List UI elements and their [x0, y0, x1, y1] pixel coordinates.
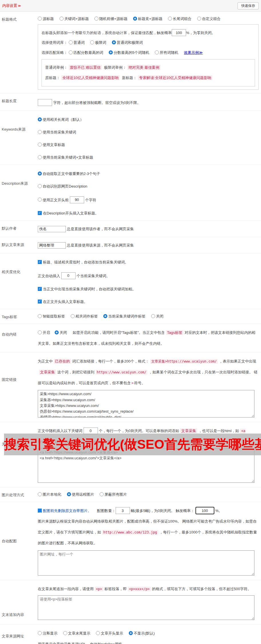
radio-clickbait-title[interactable]: 标题党+源标题 [133, 17, 163, 21]
radio-innerlink-on[interactable]: 开启 [38, 330, 50, 335]
radio-label: 关闭 [156, 314, 163, 318]
source-url-desc: 用于显示文章的采集来源URL，自动加nofollow属性。 [38, 639, 259, 644]
radio-block-all-images[interactable]: 屏蔽所有图片 [100, 492, 127, 497]
lexicon-line: 选择使用词库： 普通词 极限词 普通词和极限词 [41, 39, 255, 46]
row-description-source: Description来源 自动提取正文中最重要的2-3个句子 自动识别原网页D… [0, 165, 261, 221]
radio-keywords-plus-title[interactable]: 使用当前采集关键词+文章标题 [38, 155, 259, 160]
text: 的格式，填写在下方，可填写多个段落，但不超过500字符。 [152, 587, 251, 591]
existing-words-highlight: 已存在的 [54, 359, 71, 364]
radio-random-prefix-title[interactable]: 随机前缀+源标题 [94, 17, 128, 21]
radio-icon [197, 17, 201, 21]
p-tag-highlight: <p> [95, 587, 103, 591]
radio-innerlink-off[interactable]: 关闭 [55, 330, 67, 335]
radio-extreme-words[interactable]: 极限词 [90, 40, 106, 45]
watermark-text: 搜索引擎关键词优化(做SEO首先需要学哪些基 [4, 436, 261, 453]
text: 这个词，则把它链接到 [57, 370, 94, 374]
radio-top5-random[interactable]: 分数最高的5个词随机 [109, 50, 149, 55]
radio-icon [96, 631, 100, 635]
keyword-density-count-input[interactable] [84, 428, 98, 434]
radio-current-keywords[interactable]: 使用当前采集关键词 [38, 130, 259, 135]
radio-label: 自动识别原网页Description [43, 184, 87, 188]
row-image-mode: 图片处理方式 图片本地化 使用远程图片 屏蔽所有图片 [0, 487, 261, 502]
radio-label: 普通词 [74, 40, 85, 45]
radio-label: 自定义组合 [202, 17, 221, 21]
radio-related-longtail[interactable]: 使用相关长尾词（默认） [38, 117, 259, 122]
radio-show-at-start[interactable]: 文章开头显示 [96, 631, 123, 635]
radio-icon [60, 17, 64, 21]
radio-show-at-end[interactable]: 文章末尾显示 [63, 631, 90, 635]
chevron-down-icon: ≫ [18, 4, 21, 7]
row-label: 相关度优化 [0, 256, 37, 307]
radio-label: 屏蔽所有图片 [104, 492, 127, 497]
title-length-input[interactable] [38, 99, 52, 106]
image-probability-input[interactable] [195, 507, 214, 514]
insert-keywords-line: 正文自动插入 个当前采集关键词。 [38, 272, 259, 279]
checkbox-insert-title-description[interactable]: 在Description开头插入文章标题。 [38, 211, 259, 216]
normal-words-example: 震惊不已 难以置信 [69, 65, 102, 70]
checkbox-icon [38, 211, 42, 215]
radio-remote-images[interactable]: 使用远程图片 [67, 492, 94, 497]
row-innerlink: 自动内链 开启关闭 如需开启此功能，请同时开启“Tags标签”。当正文中包含Ta… [0, 324, 261, 352]
radio-icon [155, 50, 159, 54]
default-author-input[interactable] [38, 226, 66, 232]
radio-icon [38, 198, 42, 202]
row-label: 图片处理方式 [0, 490, 37, 499]
radio-article-title[interactable]: 使用文章标题 [38, 142, 259, 147]
radio-custom-combo[interactable]: 自定义组合 [197, 17, 221, 21]
radio-use-body-prefix[interactable]: 使用正文开头前 个字符 [38, 196, 259, 203]
row-fixed-links: 固定链接 为正文中已存在的词汇添加链接，每行一个，最多200个，格式：文章采集>… [0, 352, 261, 422]
radio-show-as-comment[interactable]: 注释显示 [38, 631, 58, 635]
radio-icon [69, 50, 73, 54]
checkbox-delete-original-images[interactable]: 配图前先删除原文自带图片。 [38, 509, 91, 513]
checkbox-add-keywords-low-relevance[interactable]: 标题、描述相关度低时，自动添加当前采集关键词。 [38, 260, 259, 265]
radio-label: 关键词+源标题 [64, 17, 89, 21]
radio-icon [90, 40, 94, 44]
text: %，为零则关闭。 [186, 31, 215, 35]
image-count-input[interactable] [116, 507, 130, 514]
radio-auto-extract-sentences[interactable]: 自动提取正文中最重要的2-3个句子 [38, 171, 259, 176]
radio-label: 个字符 [85, 198, 96, 202]
radio-label: 使用文章标题 [43, 143, 65, 147]
text: %。 [215, 509, 222, 513]
row-label: 文章来源网址 [0, 627, 37, 644]
checkbox-icon [38, 260, 42, 264]
radio-all-words-random[interactable]: 所有词随机 [155, 50, 178, 55]
page-title[interactable]: 内容设置≫ [2, 3, 21, 8]
default-source-line: 总是直接使用该来源，而不会从网页采集 [38, 241, 259, 250]
radio-icon [38, 330, 42, 334]
probability-line: 在标题头部添加一个有吸引力的短语，系统自动计算，保证最佳匹配，触发概率%，为零则… [41, 29, 255, 36]
fixed-links-textarea[interactable]: 采集>https://www.ucaiyun.com/ 采集器>https://… [38, 390, 254, 417]
radio-normal-words[interactable]: 普通词 [69, 40, 85, 45]
default-source-input[interactable] [38, 242, 66, 249]
row-label: 标题格式 [0, 14, 37, 91]
radio-source-title[interactable]: 源标题 [38, 17, 54, 21]
prefix-chars-input[interactable] [70, 196, 84, 203]
append-content-textarea[interactable] [38, 595, 254, 620]
radio-auto-detect-description[interactable]: 自动识别原网页Description [38, 184, 259, 189]
radio-smart-extract-tags[interactable]: 智能提取标签 [38, 314, 65, 318]
probability-input[interactable] [172, 29, 186, 36]
radio-keyword-source-title[interactable]: 关键词+源标题 [60, 17, 89, 21]
radio-localize-images[interactable]: 图片本地化 [38, 492, 61, 497]
radio-normal-and-extreme-words[interactable]: 普通词和极限词 [112, 40, 143, 45]
radio-highest-score-word[interactable]: 匹配分数最高的词 [69, 50, 103, 55]
text: 词汇添加链接，每行一个，最多200个，格式： [72, 359, 149, 363]
radio-icon [55, 330, 59, 334]
insert-keywords-count-input[interactable] [61, 272, 76, 279]
header-bar: 内容设置≫ 快速保存 [0, 0, 261, 12]
radio-related-words-tags[interactable]: 相关词作标签 [71, 314, 98, 318]
quick-save-button[interactable]: 快速保存 [238, 2, 259, 9]
text: 选择使用词库： [41, 40, 68, 45]
effect-example-link[interactable]: 效果示例≫ [184, 50, 203, 55]
radio-current-keywords-tags[interactable]: 当前采集关键词作标签 [103, 314, 145, 318]
radio-icon [38, 492, 42, 496]
radio-tags-off[interactable]: 关闭 [151, 314, 163, 318]
text: 原标题： [45, 76, 60, 80]
radio-label: 标题党+源标题 [138, 17, 163, 21]
image-urls-textarea[interactable] [38, 550, 254, 576]
radio-longtail-combo[interactable]: 长尾词组合 [168, 17, 191, 21]
checkbox-bold-keywords[interactable]: 当正文中出现当前采集关键词时，自动把该关键词加粗。 [38, 287, 259, 292]
radio-hide-default[interactable]: 不显示(默认) [129, 631, 155, 635]
checkbox-insert-title-body[interactable]: 在正文开头插入文章标题。 [38, 299, 259, 304]
radio-label: 图片本地化 [43, 492, 61, 497]
